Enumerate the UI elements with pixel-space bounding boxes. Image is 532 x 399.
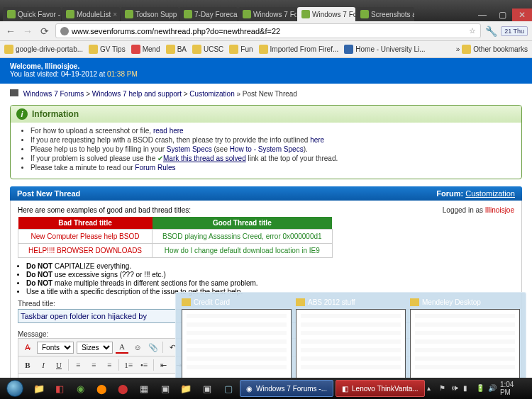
size-select[interactable]: Sizes	[77, 342, 113, 354]
bookmark-item[interactable]: GV Tips	[89, 45, 126, 54]
show-hidden-icon[interactable]: ▴	[427, 384, 436, 393]
browser-tab[interactable]: ModuleList×	[62, 7, 120, 21]
preview-item[interactable]: ABS 2012 stuff	[296, 298, 406, 378]
info-bullet: If you are requesting help with a BSOD c…	[31, 136, 513, 144]
outdent-button[interactable]: ⇤	[157, 359, 170, 371]
pinned-app-icon[interactable]: ◉	[72, 380, 91, 397]
network-icon[interactable]: ▮	[463, 384, 472, 393]
chrome-icon: ◉	[246, 385, 253, 393]
bookmark-item[interactable]: google-drive-portab...	[4, 45, 83, 54]
italic-button[interactable]: I	[37, 359, 50, 371]
folder-icon	[296, 298, 305, 306]
pinned-app-icon[interactable]: ◧	[50, 380, 70, 397]
taskbar-window-button[interactable]: ◧Lenovo ThinkVanta...	[336, 380, 425, 397]
align-center-button[interactable]: ≡	[87, 359, 100, 371]
reload-button[interactable]: ⟳	[38, 25, 51, 38]
table-cell: How do I change default download locatio…	[153, 244, 333, 258]
pinned-app-icon[interactable]: ▣	[155, 380, 174, 397]
browser-tab[interactable]: 7-Day Forecas×	[179, 7, 238, 21]
browser-tab[interactable]: Quick Favor -×	[3, 7, 61, 21]
taskbar-window-button[interactable]: ◉Windows 7 Forums -...	[240, 380, 333, 397]
smilies-button[interactable]: ☺	[131, 341, 144, 354]
breadcrumb-link[interactable]: Windows 7 help and support	[92, 90, 182, 98]
bookmark-item[interactable]: Home - University Li...	[344, 45, 425, 54]
folder-icon	[166, 45, 175, 54]
info-link[interactable]: Mark this thread as solved	[163, 154, 246, 162]
preview-item[interactable]: Mendeley Desktop	[410, 298, 520, 378]
underline-button[interactable]: U	[52, 359, 65, 371]
preview-item[interactable]: Credit Card	[182, 298, 292, 378]
tray-icon[interactable]: 🕪	[451, 384, 460, 393]
start-button[interactable]	[3, 378, 27, 398]
browser-tab[interactable]: Windows 7 Fo×	[238, 7, 297, 21]
align-right-button[interactable]: ≡	[103, 359, 116, 371]
wrench-menu-icon[interactable]: 🔧	[485, 26, 497, 37]
attach-button[interactable]: 📎	[147, 341, 160, 354]
pinned-app-icon[interactable]: ▦	[135, 380, 154, 397]
info-link[interactable]: read here	[153, 127, 184, 135]
home-icon[interactable]	[10, 89, 18, 96]
logged-in-label: Logged in as Illinoisjoe	[443, 206, 514, 214]
page-icon	[131, 45, 140, 54]
info-link[interactable]: How to - System Specs	[230, 145, 304, 153]
tray-icon[interactable]: ⚑	[439, 384, 448, 393]
folder-icon	[462, 45, 471, 54]
close-window-button[interactable]: ✕	[512, 9, 532, 21]
browser-tab[interactable]: Screenshots a×	[356, 7, 414, 21]
calendar-widget[interactable]: 21 Thu	[501, 26, 528, 36]
remove-format-button[interactable]: A̶	[21, 341, 34, 354]
info-link[interactable]: here	[310, 136, 324, 144]
pinned-app-icon[interactable]: ▣	[198, 380, 217, 397]
bookmarks-bar: google-drive-portab... GV Tips Mend BA U…	[0, 41, 532, 58]
browser-tab[interactable]: Todson Supp×	[121, 7, 179, 21]
breadcrumb-link[interactable]: Windows 7 Forums	[23, 90, 84, 98]
url-input[interactable]: www.sevenforums.com/newthread.php?do=new…	[55, 23, 481, 38]
pinned-explorer-icon[interactable]: 📁	[29, 380, 48, 397]
bookmark-item[interactable]: Fun	[229, 45, 253, 54]
bookmark-item[interactable]: Imported From Firef...	[259, 45, 339, 54]
minimize-button[interactable]: —	[472, 9, 492, 21]
bold-button[interactable]: B	[21, 359, 34, 371]
back-button[interactable]: ←	[4, 25, 17, 38]
info-link[interactable]: System Specs	[167, 145, 212, 153]
favicon	[360, 10, 369, 18]
font-select[interactable]: Fonts	[37, 342, 74, 354]
system-tray: ▴ ⚑ 🕪 ▮ 🔋 🔊 1:04 PM	[427, 381, 529, 396]
taskbar-clock[interactable]: 1:04 PM	[500, 381, 525, 396]
window-controls: — ▢ ✕	[472, 9, 532, 21]
battery-icon[interactable]: 🔋	[476, 384, 484, 393]
rule-item: Do NOT CAPITALIZE everything.	[26, 262, 514, 270]
forum-link[interactable]: Customization	[465, 189, 515, 198]
pinned-app-icon[interactable]: ▢	[218, 380, 238, 397]
bookmark-item[interactable]: UCSC	[192, 45, 223, 54]
browser-tab-active[interactable]: Windows 7 Fo×	[297, 7, 355, 21]
pinned-app-icon[interactable]: ⬤	[92, 380, 111, 397]
bookmark-item[interactable]: BA	[166, 45, 187, 54]
font-color-button[interactable]: A	[116, 341, 128, 354]
info-link[interactable]: Forum Rules	[135, 164, 175, 172]
favicon	[66, 10, 74, 18]
pinned-app-icon[interactable]: ⬤	[113, 380, 133, 397]
bookmark-star-icon[interactable]: ☆	[469, 26, 476, 35]
preview-thumbnail[interactable]	[182, 309, 292, 378]
bookmark-item[interactable]: Mend	[131, 45, 160, 54]
unordered-list-button[interactable]: •≡	[138, 359, 150, 371]
url-text: www.sevenforums.com/newthread.php?do=new…	[72, 27, 280, 35]
preview-thumbnail[interactable]	[296, 309, 406, 378]
maximize-button[interactable]: ▢	[492, 9, 512, 21]
volume-icon[interactable]: 🔊	[488, 384, 497, 393]
table-cell: New Computer Please help BSOD	[18, 230, 153, 244]
forward-button[interactable]: →	[21, 25, 34, 38]
user-link[interactable]: Illinoisjoe	[485, 206, 514, 214]
align-left-button[interactable]: ≡	[72, 359, 84, 371]
ordered-list-button[interactable]: 1≡	[122, 359, 135, 371]
pinned-app-icon[interactable]: 📁	[177, 380, 196, 397]
folder-icon	[182, 298, 191, 306]
favicon	[301, 10, 310, 18]
close-icon[interactable]: ×	[113, 11, 117, 18]
information-box: i Information For how to upload a screen…	[10, 105, 522, 179]
other-bookmarks[interactable]: » Other bookmarks	[456, 45, 528, 54]
info-bullet: Please take a minute to read our Forum R…	[31, 164, 513, 172]
breadcrumb-link[interactable]: Customization	[189, 90, 234, 98]
preview-thumbnail[interactable]	[410, 309, 520, 378]
